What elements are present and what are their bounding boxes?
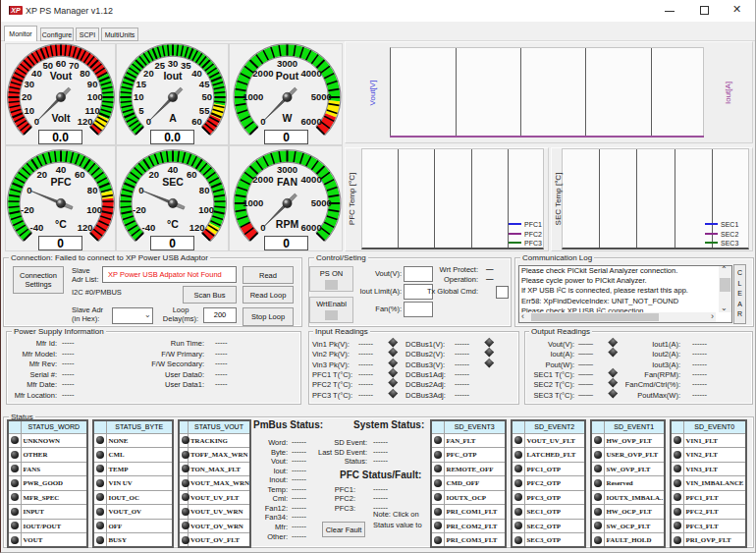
svg-text:5: 5 bbox=[138, 105, 144, 116]
svg-text:20: 20 bbox=[148, 169, 159, 180]
svg-text:40: 40 bbox=[168, 164, 179, 175]
svg-text:120: 120 bbox=[78, 116, 93, 127]
svg-text:10: 10 bbox=[134, 91, 144, 102]
svg-text:Iout: Iout bbox=[163, 70, 183, 82]
svg-text:15: 15 bbox=[136, 79, 147, 89]
svg-text:Vout: Vout bbox=[50, 70, 73, 82]
svg-text:0: 0 bbox=[34, 116, 39, 127]
svg-text:A: A bbox=[169, 112, 177, 124]
svg-text:0: 0 bbox=[138, 185, 143, 195]
svg-text:4000: 4000 bbox=[300, 174, 321, 185]
svg-text:60: 60 bbox=[75, 169, 85, 180]
svg-text:45: 45 bbox=[199, 79, 210, 89]
svg-text:80: 80 bbox=[80, 68, 90, 79]
svg-text:40: 40 bbox=[56, 164, 67, 175]
svg-text:6000: 6000 bbox=[300, 116, 321, 127]
svg-text:120: 120 bbox=[78, 222, 93, 233]
svg-text:3000: 3000 bbox=[276, 58, 297, 69]
svg-text:0: 0 bbox=[260, 222, 265, 233]
svg-text:10: 10 bbox=[25, 105, 35, 116]
svg-text:35: 35 bbox=[181, 60, 191, 71]
svg-text:100: 100 bbox=[87, 91, 103, 102]
svg-text:SEC: SEC bbox=[162, 176, 184, 188]
svg-text:40: 40 bbox=[31, 68, 42, 79]
svg-text:100: 100 bbox=[86, 204, 102, 215]
svg-text:20: 20 bbox=[22, 91, 32, 102]
svg-text:80: 80 bbox=[199, 185, 210, 195]
svg-text:PFC: PFC bbox=[51, 176, 72, 188]
svg-text:30: 30 bbox=[168, 58, 179, 69]
svg-text:0: 0 bbox=[27, 185, 31, 195]
svg-text:80: 80 bbox=[87, 185, 98, 195]
svg-text:0: 0 bbox=[146, 116, 151, 127]
svg-text:120: 120 bbox=[189, 222, 205, 233]
svg-text:5000: 5000 bbox=[310, 91, 331, 102]
svg-text:60: 60 bbox=[191, 116, 202, 127]
svg-text:100: 100 bbox=[198, 204, 214, 215]
svg-text:90: 90 bbox=[87, 79, 98, 89]
svg-text:-40: -40 bbox=[30, 222, 44, 233]
svg-text:1000: 1000 bbox=[243, 197, 263, 208]
svg-text:4000: 4000 bbox=[300, 68, 321, 79]
svg-text:RPM: RPM bbox=[275, 218, 298, 230]
svg-text:5000: 5000 bbox=[310, 197, 331, 208]
svg-text:3000: 3000 bbox=[276, 164, 297, 175]
svg-text:20: 20 bbox=[143, 68, 154, 79]
svg-text:2000: 2000 bbox=[252, 68, 273, 79]
svg-text:20: 20 bbox=[36, 169, 47, 180]
svg-text:30: 30 bbox=[25, 79, 35, 89]
svg-text:0: 0 bbox=[260, 116, 265, 127]
svg-text:60: 60 bbox=[56, 58, 67, 69]
svg-text:-40: -40 bbox=[142, 222, 156, 233]
svg-text:60: 60 bbox=[187, 169, 197, 180]
svg-text:°C: °C bbox=[55, 218, 67, 230]
svg-text:FAN: FAN bbox=[277, 176, 297, 188]
svg-text:110: 110 bbox=[84, 105, 99, 116]
svg-text:6000: 6000 bbox=[300, 222, 321, 233]
svg-text:50: 50 bbox=[202, 91, 213, 102]
svg-text:55: 55 bbox=[199, 105, 210, 116]
svg-text:40: 40 bbox=[191, 68, 202, 79]
svg-text:Pout: Pout bbox=[275, 70, 298, 82]
svg-text:°C: °C bbox=[167, 218, 179, 230]
svg-text:Volt: Volt bbox=[51, 112, 71, 124]
svg-text:-20: -20 bbox=[133, 204, 146, 215]
svg-text:1000: 1000 bbox=[243, 91, 263, 102]
svg-text:W: W bbox=[282, 112, 292, 124]
svg-text:-20: -20 bbox=[21, 204, 34, 215]
svg-text:2000: 2000 bbox=[252, 174, 273, 185]
